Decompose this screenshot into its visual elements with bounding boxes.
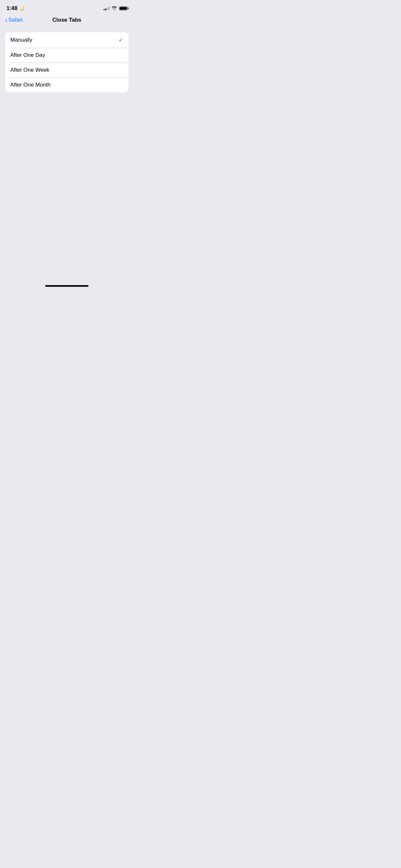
list-item-label-after-one-day: After One Day bbox=[10, 52, 45, 58]
close-tabs-list: Manually✓After One DayAfter One WeekAfte… bbox=[5, 32, 128, 92]
moon-icon: 🌙 bbox=[19, 6, 25, 11]
list-item-manually[interactable]: Manually✓ bbox=[5, 32, 128, 48]
status-time: 1:48 🌙 bbox=[6, 5, 25, 11]
page-title: Close Tabs bbox=[52, 17, 81, 23]
wifi-icon bbox=[112, 6, 117, 11]
list-item-label-manually: Manually bbox=[10, 37, 32, 43]
nav-bar: ‹ Safari Close Tabs bbox=[0, 14, 134, 27]
list-item-label-after-one-month: After One Month bbox=[10, 82, 51, 88]
signal-bar-1 bbox=[104, 9, 104, 10]
list-item-after-one-month[interactable]: After One Month bbox=[5, 78, 128, 92]
list-item-label-after-one-week: After One Week bbox=[10, 67, 50, 73]
signal-icon bbox=[104, 6, 110, 10]
status-right bbox=[104, 6, 127, 11]
status-bar: 1:48 🌙 bbox=[0, 0, 134, 14]
list-item-after-one-week[interactable]: After One Week bbox=[5, 63, 128, 78]
signal-bar-2 bbox=[105, 8, 106, 10]
home-indicator bbox=[45, 285, 89, 287]
signal-bar-4 bbox=[109, 6, 110, 10]
signal-bar-3 bbox=[107, 7, 108, 10]
back-button[interactable]: ‹ Safari bbox=[5, 17, 23, 23]
time-text: 1:48 bbox=[6, 5, 18, 11]
battery-icon bbox=[119, 6, 127, 10]
back-label: Safari bbox=[8, 17, 23, 23]
chevron-left-icon: ‹ bbox=[5, 17, 7, 23]
checkmark-icon-manually: ✓ bbox=[119, 36, 123, 43]
battery-fill bbox=[120, 7, 127, 10]
list-item-after-one-day[interactable]: After One Day bbox=[5, 48, 128, 63]
